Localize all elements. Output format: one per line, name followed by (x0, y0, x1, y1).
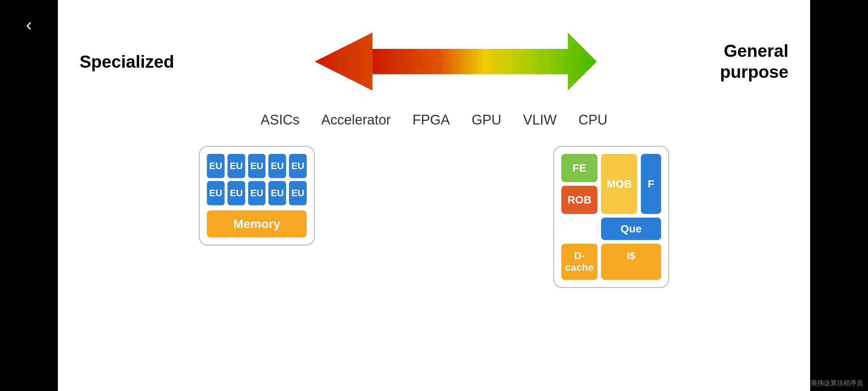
eu-cell-0-1: EU (227, 154, 245, 178)
label-fpga: FPGA (412, 112, 450, 128)
label-vliw: VLIW (523, 112, 557, 128)
mob-cell: MOB (601, 154, 637, 214)
memory-bar: Memory (207, 210, 307, 237)
general-label: Generalpurpose (720, 41, 788, 82)
is-cell: I$ (601, 244, 661, 280)
eu-cell-0-0: EU (207, 154, 225, 178)
eu-cell-1-1: EU (227, 181, 245, 205)
eu-cell-1-3: EU (268, 181, 286, 205)
svg-marker-1 (373, 33, 597, 91)
dcache-cell: D-cache (561, 244, 597, 280)
f-cell: F (641, 154, 661, 214)
specialized-label: Specialized (80, 52, 174, 72)
eu-cell-0-3: EU (268, 154, 286, 178)
left-sidebar: ‹ (0, 0, 58, 391)
gpu-diagram: EU EU EU EU EU EU EU EU EU EU Memory (199, 146, 315, 245)
main-content: Specialized Generalp (58, 0, 810, 391)
label-asics: ASICs (261, 112, 300, 128)
eu-grid-top: EU EU EU EU EU EU EU EU EU EU (207, 154, 307, 205)
spectrum-labels: ASICs Accelerator FPGA GPU VLIW CPU (261, 112, 608, 128)
arrow-container (271, 25, 597, 98)
back-button[interactable]: ‹ (26, 14, 32, 34)
label-cpu: CPU (578, 112, 607, 128)
que-cell: Que (601, 218, 661, 240)
rob-cell: ROB (561, 186, 597, 214)
eu-cell-0-4: EU (289, 154, 307, 178)
eu-cell-1-2: EU (248, 181, 266, 205)
label-accelerator: Accelerator (321, 112, 391, 128)
cpu-diagram: FE MOB F ROB Que D-cache I$ (553, 146, 669, 288)
eu-cell-1-0: EU (207, 181, 225, 205)
label-gpu: GPU (472, 112, 501, 128)
arrow-section: Specialized Generalp (80, 22, 788, 101)
fe-cell: FE (561, 154, 597, 182)
right-sidebar: CSDN @英伟达算法程序员 (810, 0, 868, 391)
diagrams-row: EU EU EU EU EU EU EU EU EU EU Memory FE … (80, 146, 788, 288)
eu-cell-1-4: EU (289, 181, 307, 205)
eu-cell-0-2: EU (248, 154, 266, 178)
